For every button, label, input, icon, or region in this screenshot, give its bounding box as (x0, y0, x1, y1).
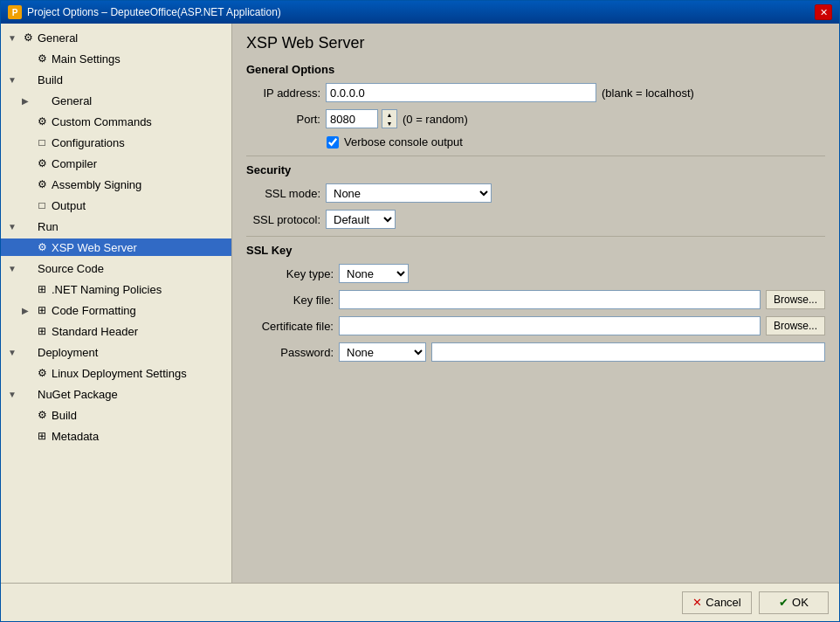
cert-file-group: Certificate file: Browse... (246, 316, 825, 335)
sidebar-item-nuget[interactable]: ▼ NuGet Package (1, 384, 231, 404)
sidebar-item-linux-deployment[interactable]: ⚙ Linux Deployment Settings (1, 363, 231, 384)
sidebar-item-assembly-signing[interactable]: ⚙ Assembly Signing (1, 174, 231, 195)
sidebar-item-configurations[interactable]: □ Configurations (1, 132, 231, 153)
arrow-build-general: ▶ (22, 96, 32, 106)
key-file-input[interactable] (339, 290, 761, 309)
password-type-select[interactable]: None Clear SHA1 (339, 342, 426, 362)
ssl-protocol-select[interactable]: Default TLS SSL3 (326, 210, 396, 229)
cert-file-input[interactable] (339, 316, 761, 335)
sidebar-item-output[interactable]: □ Output (1, 195, 231, 216)
icon-main-settings: ⚙ (35, 52, 49, 66)
cert-file-browse-button[interactable]: Browse... (766, 316, 825, 335)
label-build: Build (38, 73, 63, 86)
label-nuget: NuGet Package (38, 388, 118, 401)
sidebar-item-main-settings[interactable]: ⚙ Main Settings (1, 48, 231, 69)
security-header: Security (246, 163, 825, 176)
port-label: Port: (246, 113, 320, 126)
label-configurations: Configurations (52, 136, 125, 149)
password-group: Password: None Clear SHA1 (246, 342, 825, 362)
label-nuget-build: Build (52, 409, 77, 422)
icon-code-formatting: ⊞ (35, 303, 49, 317)
icon-nuget (21, 387, 35, 401)
sidebar-item-general[interactable]: ▼ ⚙ General (1, 27, 231, 48)
security-section: Security SSL mode: None Enabled Required… (246, 163, 825, 229)
sidebar-item-standard-header[interactable]: ⊞ Standard Header (1, 321, 231, 342)
label-source-code: Source Code (38, 262, 104, 275)
sidebar-item-build[interactable]: ▼ Build (1, 69, 231, 90)
main-window: P Project Options – DeputeeOffice(ASP.NE… (0, 0, 840, 622)
label-build-general: General (52, 94, 92, 107)
ip-address-group: IP address: (blank = localhost) (246, 83, 825, 102)
footer: ✕ Cancel ✔ OK (1, 583, 839, 621)
window-title: Project Options – DeputeeOffice(ASP.NET … (27, 6, 281, 18)
verbose-label: Verbose console output (344, 135, 463, 149)
label-xsp: XSP Web Server (52, 241, 137, 254)
label-general: General (38, 31, 78, 45)
icon-linux-deployment: ⚙ (35, 366, 49, 380)
icon-custom-commands: ⚙ (35, 114, 49, 128)
ssl-mode-group: SSL mode: None Enabled Required (246, 183, 825, 203)
icon-configurations: □ (35, 135, 49, 149)
ssl-key-section: SSL Key Key type: None PFX PEM Key file:… (246, 244, 825, 362)
sidebar-item-custom-commands[interactable]: ⚙ Custom Commands (1, 111, 231, 132)
key-type-group: Key type: None PFX PEM (246, 264, 825, 283)
sidebar-item-run[interactable]: ▼ Run (1, 216, 231, 237)
port-group: Port: ▲ ▼ (0 = random) (246, 109, 825, 128)
icon-build-general (35, 93, 49, 107)
ssl-protocol-group: SSL protocol: Default TLS SSL3 (246, 210, 825, 229)
icon-source-code (21, 261, 35, 275)
label-deployment: Deployment (38, 346, 98, 359)
key-type-select[interactable]: None PFX PEM (339, 264, 409, 283)
port-spinner-down[interactable]: ▼ (382, 119, 396, 128)
sidebar-item-nuget-metadata[interactable]: ⊞ Metadata (1, 425, 231, 446)
ip-address-input[interactable] (326, 83, 596, 102)
key-file-label: Key file: (246, 294, 334, 307)
cancel-icon: ✕ (692, 596, 702, 609)
port-input[interactable] (326, 109, 378, 128)
label-custom-commands: Custom Commands (52, 115, 152, 128)
ssl-mode-select[interactable]: None Enabled Required (326, 183, 492, 203)
main-panel: XSP Web Server General Options IP addres… (232, 24, 839, 583)
icon-compiler: ⚙ (35, 156, 49, 170)
ip-address-label: IP address: (246, 86, 320, 100)
page-title: XSP Web Server (246, 34, 825, 52)
sidebar-item-code-formatting[interactable]: ▶ ⊞ Code Formatting (1, 300, 231, 321)
sidebar-item-nuget-build[interactable]: ⚙ Build (1, 404, 231, 425)
titlebar-left: P Project Options – DeputeeOffice(ASP.NE… (8, 5, 281, 19)
icon-standard-header: ⊞ (35, 324, 49, 338)
cancel-button[interactable]: ✕ Cancel (682, 591, 752, 614)
verbose-row: Verbose console output (246, 135, 825, 149)
port-spinner-up[interactable]: ▲ (382, 110, 396, 119)
key-type-label: Key type: (246, 267, 334, 280)
ok-button[interactable]: ✔ OK (759, 591, 829, 614)
icon-net-naming: ⊞ (35, 282, 49, 296)
icon-nuget-build: ⚙ (35, 408, 49, 422)
password-input[interactable] (431, 342, 825, 362)
sidebar-item-compiler[interactable]: ⚙ Compiler (1, 153, 231, 174)
ssl-mode-label: SSL mode: (246, 187, 320, 200)
general-options-header: General Options (246, 63, 825, 76)
ssl-key-header: SSL Key (246, 244, 825, 257)
icon-output: □ (35, 198, 49, 212)
label-code-formatting: Code Formatting (52, 304, 136, 317)
label-nuget-metadata: Metadata (52, 430, 99, 443)
label-standard-header: Standard Header (52, 325, 138, 338)
password-label: Password: (246, 346, 334, 359)
sidebar-item-deployment[interactable]: ▼ Deployment (1, 342, 231, 363)
sidebar-item-build-general[interactable]: ▶ General (1, 90, 231, 111)
cancel-label: Cancel (706, 596, 740, 609)
icon-deployment (21, 345, 35, 359)
close-button[interactable]: ✕ (815, 4, 832, 20)
sidebar-item-xsp-web-server[interactable]: ⚙ XSP Web Server (1, 237, 231, 258)
divider-2 (246, 236, 825, 237)
sidebar-item-net-naming[interactable]: ⊞ .NET Naming Policies (1, 279, 231, 300)
verbose-checkbox[interactable] (327, 136, 339, 149)
label-main-settings: Main Settings (52, 52, 120, 66)
port-spinner[interactable]: ▲ ▼ (382, 109, 397, 128)
label-net-naming: .NET Naming Policies (52, 283, 162, 296)
arrow-general: ▼ (8, 33, 18, 43)
port-note: (0 = random) (403, 113, 468, 126)
arrow-build: ▼ (8, 75, 18, 85)
key-file-browse-button[interactable]: Browse... (766, 290, 825, 309)
sidebar-item-source-code[interactable]: ▼ Source Code (1, 258, 231, 279)
